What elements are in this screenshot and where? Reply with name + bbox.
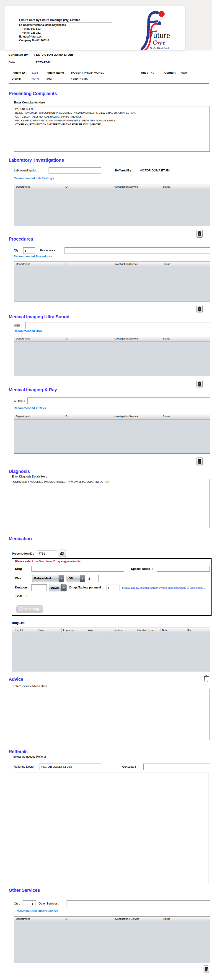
referrals-sub-label: Select the needed Refferal xyxy=(13,755,46,758)
uss-delete-button[interactable] xyxy=(196,380,202,388)
duration-unit-select[interactable]: Day/s ▼ xyxy=(49,584,67,592)
procedures-input[interactable] xyxy=(64,247,210,254)
other-services-input[interactable] xyxy=(67,900,210,907)
company-number: Company No.8417652-2 xyxy=(19,39,49,42)
frequency-select-value: OD xyxy=(67,575,80,582)
referring-doctor-input[interactable] xyxy=(39,764,101,770)
recommended-procedures-link[interactable]: Recommended Procedures xyxy=(14,255,52,258)
column-header: Way xyxy=(87,628,111,633)
logo-tagline: Body Mind Soul xyxy=(150,46,169,50)
per-meal-label: Drugs/Tablets per meal : xyxy=(69,586,103,589)
add-drug-button[interactable]: + Add Drug xyxy=(16,605,43,613)
logo-word-care: C♥re xyxy=(153,39,165,46)
procedures-input-label: Procedures : xyxy=(40,248,56,252)
referral-listbox[interactable] xyxy=(14,772,209,883)
uss-input-label: USS : xyxy=(14,324,21,327)
xray-input-label: X-Rays : xyxy=(14,399,25,402)
drug-input[interactable] xyxy=(32,566,124,572)
column-header: Status xyxy=(161,916,210,922)
way-label: Way : xyxy=(15,577,26,580)
special-notes-input[interactable] xyxy=(157,566,210,572)
chevron-down-icon: ▼ xyxy=(61,584,66,591)
advice-clear-button[interactable] xyxy=(203,675,209,682)
lab-delete-button[interactable] xyxy=(196,230,202,238)
prescription-id-input[interactable] xyxy=(37,550,57,557)
drug-list-label: Drug List xyxy=(12,621,24,625)
advice-textarea[interactable] xyxy=(12,689,210,740)
recommended-other-link[interactable]: Recommended Other Services xyxy=(16,909,59,913)
company-name: Future Care by Future Holdings (Pty) Lim… xyxy=(19,18,80,22)
visit-id-value: 25072 xyxy=(32,77,39,81)
medication-heading: Medication xyxy=(9,536,32,541)
xray-delete-button[interactable] xyxy=(196,458,202,465)
column-header: Drug ID xyxy=(12,628,37,633)
other-qty-input[interactable] xyxy=(22,900,36,907)
trash-icon xyxy=(205,967,208,972)
duration-input[interactable] xyxy=(32,584,47,591)
lab-investigation-input[interactable] xyxy=(48,167,101,174)
procedures-delete-button[interactable] xyxy=(196,305,202,313)
consultation-page: Future Care by Future Holdings (Pty) Lim… xyxy=(0,0,212,980)
other-delete-button[interactable] xyxy=(204,966,209,973)
trash-outline-icon xyxy=(203,675,209,682)
prescription-refresh-button[interactable] xyxy=(59,550,66,557)
complaints-heading: Presenting Complaints xyxy=(9,91,57,96)
trash-icon xyxy=(198,231,201,236)
procedures-heading: Procedures xyxy=(9,237,33,242)
column-header: Drug xyxy=(37,628,62,633)
column-header: Investigation/Service xyxy=(112,336,161,342)
column-header: Department xyxy=(14,185,63,189)
advice-heading: Advice xyxy=(9,677,23,682)
decimal-hint: Please add as decimal numbers when addin… xyxy=(122,586,205,589)
column-header: Department xyxy=(14,262,63,267)
prescription-id-label: Prescription ID : xyxy=(12,552,34,555)
patient-age-label: Age : xyxy=(141,71,148,74)
column-header: ID xyxy=(63,414,112,419)
drug-list-table-header: Drug ID Drug Fequency Way Duration Durat… xyxy=(12,628,210,633)
visit-date-value: : 2025-12-05 xyxy=(71,77,88,81)
referrals-heading: Refferals xyxy=(9,749,27,754)
diagnosis-textarea[interactable]: COMMUNITY ACQUIRED PNEUMONIA KEEP IN VIE… xyxy=(12,479,210,528)
xray-input[interactable] xyxy=(27,398,210,404)
complaints-label: Enter Complaints Here xyxy=(14,101,45,104)
special-notes-label: Special Notes : xyxy=(131,567,153,571)
column-header: Investigation/Service xyxy=(112,185,161,189)
lab-referred-label: Reffered By : xyxy=(115,169,133,172)
uss-heading: Medical Imaging Ultra Sound xyxy=(9,314,69,320)
meal-select[interactable]: Before Meal ▼ xyxy=(32,575,64,582)
add-drug-label: Add Drug xyxy=(24,607,39,611)
column-header: Status xyxy=(161,414,210,419)
futurecare-logo: Future C♥re Body Mind Soul xyxy=(140,8,183,50)
patient-id-value: 8134 xyxy=(32,71,38,74)
duration-label: Duration : xyxy=(15,586,29,589)
consultant-input[interactable] xyxy=(143,764,210,770)
referring-doctor-label: Reffering Doctor xyxy=(14,765,34,768)
procedures-qty-input[interactable] xyxy=(23,247,35,254)
frequency-qty-input[interactable] xyxy=(87,575,99,582)
procedures-table: Department ID Investigation/Service Stat… xyxy=(14,261,210,302)
column-header: Investigation / Service xyxy=(112,916,161,922)
company-phone1: T: +24 82 593 593 xyxy=(19,27,40,30)
per-meal-input[interactable] xyxy=(106,585,119,591)
patient-gender-value: Male xyxy=(180,71,187,74)
recommended-lab-link[interactable]: Recommended Lab Testings xyxy=(14,177,54,180)
trash-icon xyxy=(198,382,201,387)
recommended-uss-link[interactable]: Recommended USS xyxy=(14,329,42,332)
drug-label: Drug : xyxy=(15,567,27,571)
recommended-xray-link[interactable]: Recommended X-Rays xyxy=(14,406,46,410)
patient-name-value: ROBERT PHILIP MOREL xyxy=(71,71,104,74)
trash-icon xyxy=(198,307,201,312)
plus-circle-icon: + xyxy=(19,607,23,611)
consultant-label: Consultant xyxy=(122,765,136,768)
patient-name-label: Patient Name : xyxy=(46,71,66,74)
uss-input[interactable] xyxy=(25,322,210,329)
column-header: Status xyxy=(161,185,210,189)
frequency-select[interactable]: OD ▼ xyxy=(67,575,85,582)
xray-table-header: Department ID Investigation/Service Stat… xyxy=(14,414,210,420)
column-header: ID xyxy=(63,185,112,189)
uss-table-header: Department ID Investigation/Service Stat… xyxy=(14,336,210,342)
column-header: Investigation/Service xyxy=(112,262,161,267)
advice-label: Enter Doctor's Advice Here xyxy=(13,684,47,688)
complaints-textarea[interactable]: PATIENT SEEN. BEING REVIEWED FOR COMMUNI… xyxy=(14,106,210,152)
consult-date-label: Date xyxy=(8,60,15,64)
